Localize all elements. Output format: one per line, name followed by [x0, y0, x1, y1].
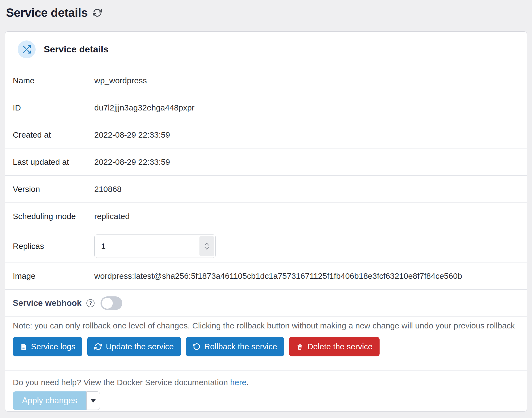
webhook-label: Service webhook — [13, 298, 82, 308]
button-label: Rollback the service — [204, 342, 277, 351]
row-label: Name — [13, 76, 94, 85]
detail-row-name: Name wp_wordpress — [5, 67, 527, 94]
service-logs-button[interactable]: Service logs — [13, 337, 82, 356]
replicas-input[interactable] — [95, 242, 199, 251]
question-icon[interactable]: ? — [86, 299, 95, 307]
rollback-service-button[interactable]: Rollback the service — [186, 337, 284, 356]
button-label: Delete the service — [307, 342, 373, 351]
refresh-cw-icon — [94, 343, 102, 350]
update-service-button[interactable]: Update the service — [87, 337, 181, 356]
detail-row-created-at: Created at 2022-08-29 22:33:59 — [5, 121, 527, 148]
shuffle-icon — [18, 40, 36, 58]
help-prefix: Do you need help? View the Docker Servic… — [13, 378, 230, 387]
row-label: Last updated at — [13, 157, 94, 167]
row-value: 2022-08-29 22:33:59 — [94, 157, 170, 167]
card-title: Service details — [44, 44, 108, 55]
card-header: Service details — [5, 32, 527, 67]
help-text: Do you need help? View the Docker Servic… — [13, 378, 519, 387]
action-buttons: Service logs Update the service Rollback… — [5, 337, 527, 356]
replicas-stepper[interactable] — [199, 236, 214, 256]
caret-down-icon — [90, 399, 96, 403]
card-footer: Do you need help? View the Docker Servic… — [5, 378, 527, 410]
row-value: 2022-08-29 22:33:59 — [94, 130, 170, 140]
delete-service-button[interactable]: Delete the service — [289, 337, 380, 356]
row-label: Created at — [13, 130, 94, 140]
row-label: Image — [13, 271, 94, 281]
row-label: Scheduling mode — [13, 212, 94, 221]
row-value: du7l2jjjn3ag32ehga448pxpr — [94, 103, 195, 112]
note-area: Note: you can only rollback one level of… — [5, 321, 527, 330]
stepper-down-icon — [204, 247, 209, 250]
rollback-note: Note: you can only rollback one level of… — [13, 321, 519, 330]
help-suffix: . — [246, 378, 249, 387]
stepper-up-icon — [204, 242, 209, 246]
detail-row-image: Image wordpress:latest@sha256:5f1873a461… — [5, 262, 527, 290]
service-details-card: Service details Name wp_wordpress ID du7… — [5, 31, 527, 411]
webhook-toggle[interactable] — [101, 296, 122, 310]
rotate-ccw-icon — [193, 343, 201, 350]
apply-split-button: Apply changes — [13, 391, 100, 410]
row-value: replicated — [94, 212, 130, 221]
page-header: Service details — [0, 0, 532, 20]
row-label: ID — [13, 103, 94, 112]
detail-row-scheduling-mode: Scheduling mode replicated — [5, 203, 527, 230]
file-text-icon — [20, 343, 27, 350]
docs-link[interactable]: here — [230, 378, 246, 387]
row-value: wp_wordpress — [94, 76, 147, 85]
row-value: wordpress:latest@sha256:5f1873a461105cb1… — [94, 271, 462, 281]
trash-icon — [296, 343, 303, 350]
detail-row-id: ID du7l2jjjn3ag32ehga448pxpr — [5, 94, 527, 121]
replicas-field — [94, 235, 216, 258]
row-value: 210868 — [94, 185, 121, 194]
detail-row-replicas: Replicas — [5, 230, 527, 262]
row-label: Replicas — [13, 242, 94, 251]
detail-row-service-webhook: Service webhook ? — [5, 290, 527, 317]
detail-row-last-updated: Last updated at 2022-08-29 22:33:59 — [5, 148, 527, 176]
apply-changes-button[interactable]: Apply changes — [13, 391, 86, 410]
toggle-knob — [102, 298, 113, 309]
detail-row-version: Version 210868 — [5, 176, 527, 203]
button-label: Update the service — [106, 342, 174, 351]
button-label: Service logs — [31, 342, 75, 351]
page-title: Service details — [6, 6, 88, 20]
refresh-icon[interactable] — [93, 8, 102, 17]
apply-options-button[interactable] — [86, 391, 100, 410]
footer-divider — [5, 370, 527, 371]
row-label: Version — [13, 185, 94, 194]
